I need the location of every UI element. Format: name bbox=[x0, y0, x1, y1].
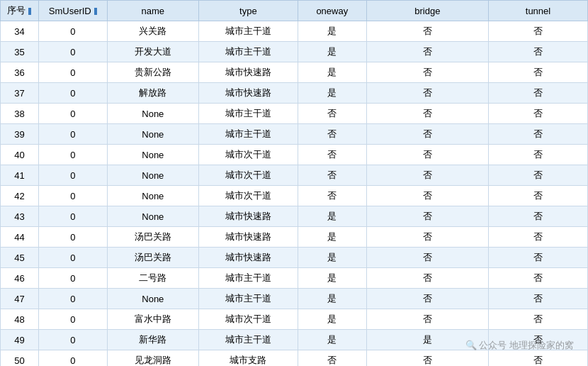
cell-smuserid: 0 bbox=[38, 21, 107, 42]
cell-seq: 46 bbox=[1, 268, 39, 289]
cell-smuserid: 0 bbox=[38, 309, 107, 330]
cell-seq: 38 bbox=[1, 104, 39, 124]
cell-seq: 34 bbox=[1, 21, 39, 42]
table-row[interactable]: 350开发大道城市主干道是否否 bbox=[1, 42, 588, 62]
cell-smuserid: 0 bbox=[38, 124, 107, 145]
cell-tunnel: 否 bbox=[489, 248, 588, 268]
cell-name: 见龙洞路 bbox=[107, 350, 198, 367]
cell-smuserid: 0 bbox=[38, 330, 107, 350]
cell-name: 解放路 bbox=[107, 83, 198, 104]
cell-tunnel: 否 bbox=[489, 104, 588, 124]
table-row[interactable]: 420None城市次干道否否否 bbox=[1, 186, 588, 206]
table-row[interactable]: 390None城市主干道否否否 bbox=[1, 124, 588, 145]
table-row[interactable]: 470None城市主干道是否否 bbox=[1, 289, 588, 309]
cell-seq: 48 bbox=[1, 309, 39, 330]
column-header-seq[interactable]: 序号 bbox=[1, 1, 39, 21]
table-row[interactable]: 340兴关路城市主干道是否否 bbox=[1, 21, 588, 42]
cell-tunnel: 否 bbox=[489, 268, 588, 289]
cell-oneway: 否 bbox=[298, 165, 366, 186]
cell-bridge: 否 bbox=[366, 248, 488, 268]
cell-seq: 35 bbox=[1, 42, 39, 62]
cell-name: 汤巴关路 bbox=[107, 227, 198, 248]
cell-type: 城市支路 bbox=[198, 350, 298, 367]
cell-oneway: 否 bbox=[298, 186, 366, 206]
table-row[interactable]: 360贵新公路城市快速路是否否 bbox=[1, 62, 588, 83]
table-row[interactable]: 380None城市主干道否否否 bbox=[1, 104, 588, 124]
cell-oneway: 是 bbox=[298, 309, 366, 330]
column-header-smuserid[interactable]: SmUserID bbox=[38, 1, 107, 21]
cell-smuserid: 0 bbox=[38, 42, 107, 62]
table-row[interactable]: 450汤巴关路城市快速路是否否 bbox=[1, 248, 588, 268]
column-header-type: type bbox=[198, 1, 298, 21]
cell-name: None bbox=[107, 206, 198, 227]
cell-smuserid: 0 bbox=[38, 62, 107, 83]
column-header-bridge: bridge bbox=[366, 1, 488, 21]
table-row[interactable]: 370解放路城市快速路是否否 bbox=[1, 83, 588, 104]
table-row[interactable]: 430None城市快速路是否否 bbox=[1, 206, 588, 227]
table-row[interactable]: 460二号路城市主干道是否否 bbox=[1, 268, 588, 289]
cell-smuserid: 0 bbox=[38, 165, 107, 186]
cell-smuserid: 0 bbox=[38, 104, 107, 124]
cell-oneway: 是 bbox=[298, 83, 366, 104]
cell-oneway: 是 bbox=[298, 227, 366, 248]
cell-bridge: 否 bbox=[366, 83, 488, 104]
table-row[interactable]: 490新华路城市主干道是是否 bbox=[1, 330, 588, 350]
cell-tunnel: 否 bbox=[489, 62, 588, 83]
sort-indicator-smuserid bbox=[94, 8, 97, 15]
cell-oneway: 否 bbox=[298, 145, 366, 165]
cell-type: 城市快速路 bbox=[198, 206, 298, 227]
cell-oneway: 是 bbox=[298, 330, 366, 350]
cell-smuserid: 0 bbox=[38, 227, 107, 248]
cell-bridge: 否 bbox=[366, 350, 488, 367]
sort-indicator-seq bbox=[28, 8, 31, 15]
cell-oneway: 是 bbox=[298, 289, 366, 309]
cell-bridge: 否 bbox=[366, 309, 488, 330]
cell-bridge: 否 bbox=[366, 289, 488, 309]
cell-tunnel: 否 bbox=[489, 206, 588, 227]
cell-oneway: 是 bbox=[298, 21, 366, 42]
cell-tunnel: 否 bbox=[489, 330, 588, 350]
cell-smuserid: 0 bbox=[38, 145, 107, 165]
cell-tunnel: 否 bbox=[489, 42, 588, 62]
cell-seq: 45 bbox=[1, 248, 39, 268]
cell-seq: 50 bbox=[1, 350, 39, 367]
cell-type: 城市主干道 bbox=[198, 268, 298, 289]
cell-smuserid: 0 bbox=[38, 289, 107, 309]
cell-name: 兴关路 bbox=[107, 21, 198, 42]
cell-bridge: 否 bbox=[366, 124, 488, 145]
cell-oneway: 是 bbox=[298, 62, 366, 83]
table-row[interactable]: 410None城市次干道否否否 bbox=[1, 165, 588, 186]
cell-type: 城市主干道 bbox=[198, 21, 298, 42]
cell-name: None bbox=[107, 145, 198, 165]
table-row[interactable]: 480富水中路城市次干道是否否 bbox=[1, 309, 588, 330]
cell-oneway: 是 bbox=[298, 248, 366, 268]
column-header-tunnel: tunnel bbox=[489, 1, 588, 21]
column-header-name: name bbox=[107, 1, 198, 21]
cell-smuserid: 0 bbox=[38, 206, 107, 227]
cell-type: 城市主干道 bbox=[198, 104, 298, 124]
cell-seq: 36 bbox=[1, 62, 39, 83]
cell-name: 二号路 bbox=[107, 268, 198, 289]
table-row[interactable]: 440汤巴关路城市快速路是否否 bbox=[1, 227, 588, 248]
cell-bridge: 否 bbox=[366, 42, 488, 62]
cell-type: 城市快速路 bbox=[198, 248, 298, 268]
cell-bridge: 否 bbox=[366, 145, 488, 165]
cell-type: 城市快速路 bbox=[198, 227, 298, 248]
cell-seq: 47 bbox=[1, 289, 39, 309]
data-table-container: 序号SmUserIDnametypeonewaybridgetunnel 340… bbox=[0, 0, 588, 366]
cell-oneway: 否 bbox=[298, 124, 366, 145]
cell-name: 开发大道 bbox=[107, 42, 198, 62]
table-row[interactable]: 500见龙洞路城市支路否否否 bbox=[1, 350, 588, 367]
cell-type: 城市快速路 bbox=[198, 62, 298, 83]
cell-smuserid: 0 bbox=[38, 186, 107, 206]
cell-type: 城市次干道 bbox=[198, 309, 298, 330]
table-row[interactable]: 400None城市次干道否否否 bbox=[1, 145, 588, 165]
cell-seq: 43 bbox=[1, 206, 39, 227]
cell-oneway: 是 bbox=[298, 206, 366, 227]
cell-smuserid: 0 bbox=[38, 248, 107, 268]
cell-tunnel: 否 bbox=[489, 289, 588, 309]
cell-smuserid: 0 bbox=[38, 268, 107, 289]
cell-bridge: 否 bbox=[366, 165, 488, 186]
cell-smuserid: 0 bbox=[38, 83, 107, 104]
cell-bridge: 否 bbox=[366, 21, 488, 42]
